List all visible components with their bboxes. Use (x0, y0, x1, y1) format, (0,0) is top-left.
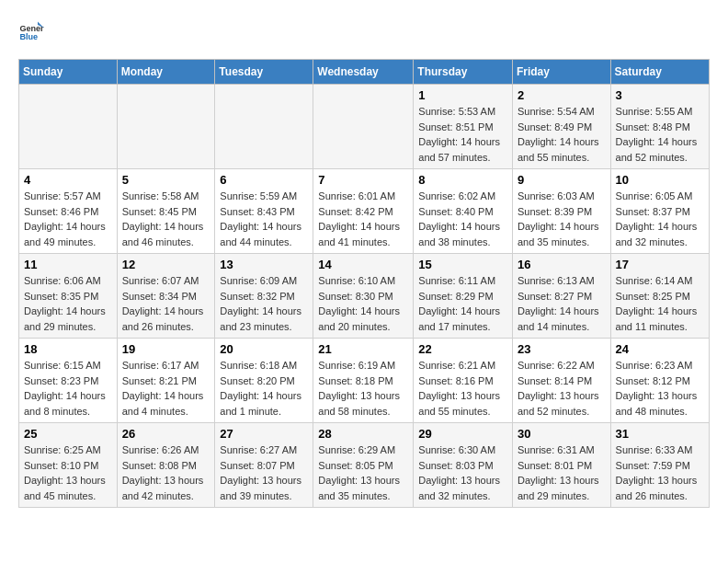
day-info: Sunrise: 6:07 AMSunset: 8:34 PMDaylight:… (122, 273, 210, 334)
day-info: Sunrise: 6:21 AMSunset: 8:16 PMDaylight:… (418, 358, 507, 419)
calendar-cell: 16Sunrise: 6:13 AMSunset: 8:27 PMDayligh… (512, 254, 610, 339)
day-number: 28 (318, 427, 408, 441)
calendar-cell: 13Sunrise: 6:09 AMSunset: 8:32 PMDayligh… (215, 254, 313, 339)
day-info: Sunrise: 6:30 AMSunset: 8:03 PMDaylight:… (418, 442, 507, 503)
day-header-thursday: Thursday (414, 60, 513, 85)
day-info: Sunrise: 6:15 AMSunset: 8:23 PMDaylight:… (24, 358, 112, 419)
calendar-cell: 15Sunrise: 6:11 AMSunset: 8:29 PMDayligh… (414, 254, 513, 339)
svg-text:Blue: Blue (19, 32, 38, 41)
day-number: 30 (518, 427, 606, 441)
calendar-table: SundayMondayTuesdayWednesdayThursdayFrid… (18, 59, 710, 508)
day-number: 25 (24, 427, 112, 441)
calendar-cell: 27Sunrise: 6:27 AMSunset: 8:07 PMDayligh… (215, 423, 313, 508)
day-info: Sunrise: 6:31 AMSunset: 8:01 PMDaylight:… (518, 442, 606, 503)
day-number: 20 (220, 342, 308, 356)
day-info: Sunrise: 5:53 AMSunset: 8:51 PMDaylight:… (418, 104, 507, 165)
day-info: Sunrise: 6:05 AMSunset: 8:37 PMDaylight:… (616, 189, 704, 249)
day-number: 6 (220, 173, 308, 187)
calendar-week-1: 1Sunrise: 5:53 AMSunset: 8:51 PMDaylight… (19, 85, 710, 169)
calendar-cell: 6Sunrise: 5:59 AMSunset: 8:43 PMDaylight… (215, 169, 313, 254)
day-number: 12 (122, 258, 210, 271)
day-number: 5 (122, 173, 210, 187)
day-number: 10 (616, 173, 704, 187)
calendar-cell: 26Sunrise: 6:26 AMSunset: 8:08 PMDayligh… (117, 423, 215, 508)
day-info: Sunrise: 6:17 AMSunset: 8:21 PMDaylight:… (122, 358, 210, 419)
calendar-cell: 30Sunrise: 6:31 AMSunset: 8:01 PMDayligh… (512, 423, 610, 508)
day-info: Sunrise: 6:09 AMSunset: 8:32 PMDaylight:… (220, 273, 308, 334)
calendar-cell: 12Sunrise: 6:07 AMSunset: 8:34 PMDayligh… (117, 254, 215, 339)
calendar-cell: 10Sunrise: 6:05 AMSunset: 8:37 PMDayligh… (610, 169, 709, 254)
day-info: Sunrise: 6:26 AMSunset: 8:08 PMDaylight:… (122, 442, 210, 503)
calendar-week-2: 4Sunrise: 5:57 AMSunset: 8:46 PMDaylight… (19, 169, 710, 254)
day-number: 11 (24, 258, 112, 271)
day-info: Sunrise: 6:29 AMSunset: 8:05 PMDaylight:… (318, 442, 408, 503)
calendar-week-3: 11Sunrise: 6:06 AMSunset: 8:35 PMDayligh… (19, 254, 710, 339)
calendar-cell (313, 85, 414, 169)
day-info: Sunrise: 6:25 AMSunset: 8:10 PMDaylight:… (24, 442, 112, 503)
day-number: 13 (220, 258, 308, 271)
calendar-cell: 7Sunrise: 6:01 AMSunset: 8:42 PMDaylight… (313, 169, 414, 254)
calendar-header: SundayMondayTuesdayWednesdayThursdayFrid… (19, 60, 710, 85)
calendar-cell: 23Sunrise: 6:22 AMSunset: 8:14 PMDayligh… (512, 339, 610, 423)
calendar-cell: 2Sunrise: 5:54 AMSunset: 8:49 PMDaylight… (512, 85, 610, 169)
day-number: 16 (518, 258, 606, 271)
day-number: 1 (418, 88, 507, 102)
day-number: 22 (418, 342, 507, 356)
day-info: Sunrise: 6:33 AMSunset: 7:59 PMDaylight:… (616, 442, 704, 503)
calendar-cell: 3Sunrise: 5:55 AMSunset: 8:48 PMDaylight… (610, 85, 709, 169)
page-header: General Blue (18, 18, 710, 44)
day-info: Sunrise: 6:18 AMSunset: 8:20 PMDaylight:… (220, 358, 308, 419)
calendar-cell: 25Sunrise: 6:25 AMSunset: 8:10 PMDayligh… (19, 423, 118, 508)
day-number: 27 (220, 427, 308, 441)
calendar-cell: 20Sunrise: 6:18 AMSunset: 8:20 PMDayligh… (215, 339, 313, 423)
calendar-cell: 31Sunrise: 6:33 AMSunset: 7:59 PMDayligh… (610, 423, 709, 508)
day-number: 3 (616, 88, 704, 102)
day-info: Sunrise: 6:06 AMSunset: 8:35 PMDaylight:… (24, 273, 112, 334)
day-info: Sunrise: 5:57 AMSunset: 8:46 PMDaylight:… (24, 189, 112, 249)
day-number: 29 (418, 427, 507, 441)
day-info: Sunrise: 6:22 AMSunset: 8:14 PMDaylight:… (518, 358, 606, 419)
logo: General Blue (18, 18, 48, 44)
day-number: 4 (24, 173, 112, 187)
day-info: Sunrise: 6:03 AMSunset: 8:39 PMDaylight:… (518, 189, 606, 249)
calendar-cell: 28Sunrise: 6:29 AMSunset: 8:05 PMDayligh… (313, 423, 414, 508)
calendar-cell: 11Sunrise: 6:06 AMSunset: 8:35 PMDayligh… (19, 254, 118, 339)
day-header-sunday: Sunday (19, 60, 118, 85)
calendar-cell: 5Sunrise: 5:58 AMSunset: 8:45 PMDaylight… (117, 169, 215, 254)
calendar-cell (215, 85, 313, 169)
calendar-cell: 29Sunrise: 6:30 AMSunset: 8:03 PMDayligh… (414, 423, 513, 508)
day-info: Sunrise: 6:14 AMSunset: 8:25 PMDaylight:… (616, 273, 704, 334)
day-number: 18 (24, 342, 112, 356)
day-number: 8 (418, 173, 507, 187)
day-number: 7 (318, 173, 408, 187)
calendar-cell: 19Sunrise: 6:17 AMSunset: 8:21 PMDayligh… (117, 339, 215, 423)
day-info: Sunrise: 5:55 AMSunset: 8:48 PMDaylight:… (616, 104, 704, 165)
day-info: Sunrise: 6:11 AMSunset: 8:29 PMDaylight:… (418, 273, 507, 334)
calendar-cell: 1Sunrise: 5:53 AMSunset: 8:51 PMDaylight… (414, 85, 513, 169)
calendar-cell: 14Sunrise: 6:10 AMSunset: 8:30 PMDayligh… (313, 254, 414, 339)
day-number: 19 (122, 342, 210, 356)
header-row: SundayMondayTuesdayWednesdayThursdayFrid… (19, 60, 710, 85)
day-number: 21 (318, 342, 408, 356)
day-info: Sunrise: 5:59 AMSunset: 8:43 PMDaylight:… (220, 189, 308, 249)
day-info: Sunrise: 6:01 AMSunset: 8:42 PMDaylight:… (318, 189, 408, 249)
day-info: Sunrise: 6:23 AMSunset: 8:12 PMDaylight:… (616, 358, 704, 419)
calendar-cell: 18Sunrise: 6:15 AMSunset: 8:23 PMDayligh… (19, 339, 118, 423)
calendar-week-4: 18Sunrise: 6:15 AMSunset: 8:23 PMDayligh… (19, 339, 710, 423)
day-header-saturday: Saturday (610, 60, 709, 85)
day-info: Sunrise: 6:02 AMSunset: 8:40 PMDaylight:… (418, 189, 507, 249)
day-number: 17 (616, 258, 704, 271)
calendar-cell: 8Sunrise: 6:02 AMSunset: 8:40 PMDaylight… (414, 169, 513, 254)
day-number: 14 (318, 258, 408, 271)
calendar-cell (117, 85, 215, 169)
day-header-wednesday: Wednesday (313, 60, 414, 85)
day-info: Sunrise: 5:54 AMSunset: 8:49 PMDaylight:… (518, 104, 606, 165)
day-number: 24 (616, 342, 704, 356)
day-info: Sunrise: 6:27 AMSunset: 8:07 PMDaylight:… (220, 442, 308, 503)
calendar-cell: 9Sunrise: 6:03 AMSunset: 8:39 PMDaylight… (512, 169, 610, 254)
day-info: Sunrise: 5:58 AMSunset: 8:45 PMDaylight:… (122, 189, 210, 249)
calendar-body: 1Sunrise: 5:53 AMSunset: 8:51 PMDaylight… (19, 85, 710, 508)
day-info: Sunrise: 6:19 AMSunset: 8:18 PMDaylight:… (318, 358, 408, 419)
calendar-cell: 24Sunrise: 6:23 AMSunset: 8:12 PMDayligh… (610, 339, 709, 423)
day-header-monday: Monday (117, 60, 215, 85)
